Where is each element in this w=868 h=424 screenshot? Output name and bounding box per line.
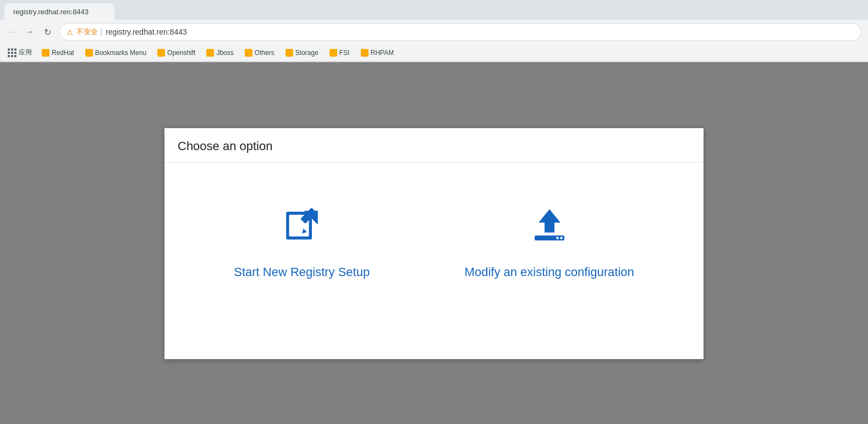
bookmark-storage[interactable]: Storage	[281, 47, 323, 58]
svg-rect-7	[535, 235, 564, 240]
apps-label: 应用	[19, 48, 32, 57]
tab-bar: registry.redhat.ren:8443	[0, 0, 868, 20]
upload-icon	[530, 207, 569, 249]
back-button[interactable]: ←	[4, 24, 20, 40]
tab-title: registry.redhat.ren:8443	[13, 8, 89, 16]
bookmark-label: Bookmarks Menu	[95, 49, 146, 57]
separator: |	[100, 27, 102, 37]
new-registry-setup-option[interactable]: Start New Registry Setup	[212, 196, 392, 290]
bookmark-openshift[interactable]: Openshift	[153, 47, 200, 58]
bookmark-bookmarks-menu[interactable]: Bookmarks Menu	[81, 47, 151, 58]
bookmark-label: RHPAM	[371, 49, 394, 57]
security-warning-icon: ⚠	[67, 28, 73, 36]
dialog-title: Choose an option	[178, 139, 690, 153]
bookmark-folder-icon	[329, 49, 337, 57]
new-setup-label: Start New Registry Setup	[234, 265, 370, 279]
bookmark-label: Jboss	[216, 49, 233, 57]
bookmark-fsi[interactable]: FSI	[325, 47, 354, 58]
svg-point-8	[556, 236, 559, 239]
bookmark-redhat[interactable]: RedHat	[37, 47, 79, 58]
bookmark-label: FSI	[339, 49, 350, 57]
svg-marker-6	[539, 209, 561, 232]
grid-icon	[8, 48, 17, 57]
bookmark-folder-icon	[42, 49, 50, 57]
svg-point-9	[560, 236, 563, 239]
bookmark-others[interactable]: Others	[240, 47, 279, 58]
bookmark-folder-icon	[245, 49, 252, 57]
browser-tab[interactable]: registry.redhat.ren:8443	[4, 3, 114, 20]
page-content: Choose an option	[0, 62, 868, 424]
bookmark-label: Openshift	[167, 49, 195, 57]
bookmark-label: Others	[255, 49, 274, 57]
not-secure-label: 不安全	[76, 27, 98, 37]
back-icon: ←	[8, 27, 17, 37]
modify-config-option[interactable]: Modify an existing configuration	[443, 196, 656, 290]
nav-bar: ← → ↻ ⚠ 不安全 | registry.redhat.ren:8443	[0, 20, 868, 44]
bookmark-folder-icon	[85, 49, 93, 57]
bookmark-folder-icon	[157, 49, 165, 57]
reload-icon: ↻	[44, 27, 51, 37]
edit-icon	[282, 207, 322, 249]
bookmark-label: RedHat	[52, 49, 74, 57]
apps-button[interactable]: 应用	[4, 46, 35, 59]
reload-button[interactable]: ↻	[40, 24, 55, 40]
bookmark-folder-icon	[361, 49, 369, 57]
bookmarks-bar: 应用 RedHat Bookmarks Menu Openshift Jboss…	[0, 44, 868, 62]
bookmark-jboss[interactable]: Jboss	[202, 47, 238, 58]
bookmark-label: Storage	[295, 49, 318, 57]
address-bar[interactable]: ⚠ 不安全 | registry.redhat.ren:8443	[59, 23, 861, 41]
dialog: Choose an option	[164, 128, 704, 359]
dialog-header: Choose an option	[164, 128, 704, 163]
url-display: registry.redhat.ren:8443	[106, 27, 187, 36]
browser-chrome: registry.redhat.ren:8443 ← → ↻ ⚠ 不安全 | r…	[0, 0, 868, 62]
forward-button[interactable]: →	[22, 24, 37, 40]
forward-icon: →	[25, 27, 34, 37]
bookmark-rhpam[interactable]: RHPAM	[356, 47, 398, 58]
modify-config-label: Modify an existing configuration	[465, 265, 634, 279]
bookmark-folder-icon	[285, 49, 293, 57]
bookmark-folder-icon	[206, 49, 214, 57]
dialog-body: Start New Registry Setup Modify an exis	[164, 163, 704, 334]
